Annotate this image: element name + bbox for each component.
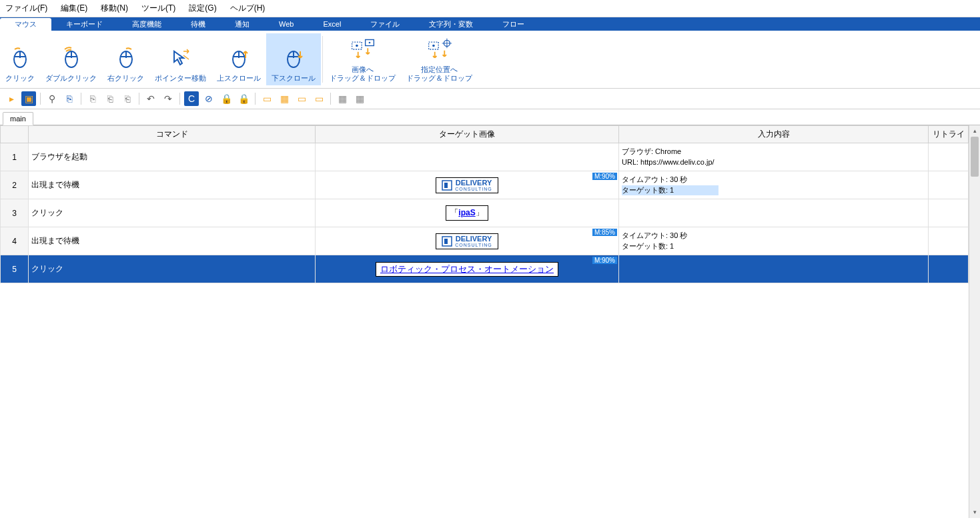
ribbon-tab-7[interactable]: ファイル [356, 17, 414, 31]
insert-row-icon[interactable]: ⎘ [85, 91, 100, 106]
dblclick-icon [58, 45, 85, 71]
copy-row-icon[interactable]: ⎗ [120, 91, 135, 106]
row-input[interactable]: タイムアウト: 30 秒ターゲット数: 1 [619, 171, 929, 199]
menu-navigate[interactable]: 移動(N) [98, 1, 131, 15]
rclick-icon [113, 45, 139, 71]
add-lock-icon[interactable]: 🔒 [236, 91, 251, 106]
row-target-image[interactable] [316, 143, 619, 171]
row-command[interactable]: クリック [29, 199, 316, 227]
row-command[interactable]: 出現まで待機 [29, 171, 316, 199]
menu-settings[interactable]: 設定(G) [186, 1, 219, 15]
input-line: ターゲット数: 1 [622, 241, 925, 251]
menu-help[interactable]: ヘルプ(H) [227, 1, 268, 15]
table2-icon[interactable]: ▦ [352, 91, 367, 106]
ribbon-label: 右クリック [107, 74, 144, 83]
lock-icon[interactable]: 🔒 [219, 91, 233, 106]
menu-tools[interactable]: ツール(T) [139, 1, 178, 15]
ribbon-tab-4[interactable]: 通知 [220, 17, 264, 31]
row-command[interactable]: クリック [29, 255, 316, 283]
menu-edit[interactable]: 編集(E) [58, 1, 90, 15]
column-header-command[interactable]: コマンド [29, 126, 316, 143]
scrolldown-icon [280, 45, 307, 71]
ribbon-tabbar: マウスキーボード高度機能待機通知WebExcelファイル文字列・変数フロー [0, 17, 980, 31]
insert-before-icon[interactable]: ⎘ [62, 91, 77, 106]
zoom-icon[interactable]: ⚲ [45, 91, 59, 106]
column-header-target-image[interactable]: ターゲット画像 [316, 126, 619, 143]
ribbon-dragpos-button[interactable]: 指定位置へドラッグ＆ドロップ [401, 33, 478, 85]
delete-row-icon[interactable]: ⎗ [103, 91, 117, 106]
ribbon-label: クリック [5, 74, 35, 83]
row-command[interactable]: 出現まで待機 [29, 227, 316, 255]
ribbon-tab-2[interactable]: 高度機能 [117, 17, 176, 31]
undo-icon[interactable]: ↶ [143, 91, 158, 106]
column-header-number[interactable] [1, 126, 29, 143]
input-line: ターゲット数: 1 [622, 185, 925, 195]
ribbon-rclick-button[interactable]: 右クリック [102, 33, 149, 85]
svg-rect-25 [444, 183, 448, 188]
capture-icon[interactable]: C [184, 91, 199, 106]
match-badge: M:85% [592, 229, 617, 236]
row-target-image[interactable]: M:85%DELIVERYCONSULTING [316, 227, 619, 255]
delivery-logo-thumb: DELIVERYCONSULTING [436, 233, 498, 249]
row-number: 4 [1, 227, 29, 255]
column-header-retry[interactable]: リトライ [929, 126, 969, 143]
ribbon-label: ポインター移動 [155, 74, 206, 83]
menu-file[interactable]: ファイル(F) [3, 1, 50, 15]
ribbon-label: ダブルクリック [45, 74, 97, 83]
ribbon-click-button[interactable]: クリック [0, 33, 40, 85]
svg-point-16 [356, 45, 358, 47]
grid-row-2[interactable]: 2出現まで待機M:90%DELIVERYCONSULTINGタイムアウト: 30… [1, 171, 969, 199]
ribbon-dblclick-button[interactable]: ダブルクリック [40, 33, 102, 85]
row-target-image[interactable]: 「ipaS」 [316, 199, 619, 227]
input-line: タイムアウト: 30 秒 [622, 231, 925, 241]
scrollbar-thumb[interactable] [971, 137, 979, 177]
select-icon[interactable]: ▭ [294, 91, 309, 106]
grid-row-3[interactable]: 3クリック「ipaS」 [1, 199, 969, 227]
ribbon-scrollup-button[interactable]: 上スクロール [211, 33, 266, 85]
ribbon-tab-3[interactable]: 待機 [176, 17, 220, 31]
grid-row-1[interactable]: 1ブラウザを起動ブラウザ: ChromeURL: https://www.del… [1, 143, 969, 171]
row-retry[interactable] [929, 143, 969, 171]
grid-row-4[interactable]: 4出現まで待機M:85%DELIVERYCONSULTINGタイムアウト: 30… [1, 227, 969, 255]
step-icon[interactable]: ▣ [21, 91, 36, 106]
svg-point-20 [432, 45, 435, 47]
scroll-up-arrow-icon[interactable]: ▴ [969, 125, 980, 137]
ribbon-tab-1[interactable]: キーボード [51, 17, 117, 31]
crop-icon[interactable]: ▭ [312, 91, 326, 106]
row-command[interactable]: ブラウザを起動 [29, 143, 316, 171]
grid-icon[interactable]: ▦ [277, 91, 292, 106]
redo-icon[interactable]: ↷ [161, 91, 175, 106]
ribbon-scrolldown-button[interactable]: 下スクロール [266, 33, 321, 85]
document-tabs: main [0, 109, 980, 125]
ribbon-dragimg-button[interactable]: 画像へドラッグ＆ドロップ [324, 33, 401, 85]
row-target-image[interactable]: M:90%ロボティック・プロセス・オートメーション [316, 255, 619, 283]
input-line: ブラウザ: Chrome [622, 147, 925, 157]
table-icon[interactable]: ▦ [335, 91, 350, 106]
row-input[interactable] [619, 199, 929, 227]
ribbon-tab-6[interactable]: Excel [308, 17, 356, 31]
column-header-input[interactable]: 入力内容 [619, 126, 929, 143]
no-capture-icon[interactable]: ⊘ [201, 91, 216, 106]
row-input[interactable]: ブラウザ: ChromeURL: https://www.deliv.co.jp… [619, 143, 929, 171]
vertical-scrollbar[interactable]: ▴ ▾ [969, 125, 980, 518]
rpa-link-thumb: ロボティック・プロセス・オートメーション [376, 262, 558, 277]
highlight-icon[interactable]: ▭ [260, 91, 274, 106]
row-retry[interactable] [929, 255, 969, 283]
ribbon-tab-0[interactable]: マウス [0, 18, 51, 31]
row-retry[interactable] [929, 171, 969, 199]
ribbon-tab-5[interactable]: Web [264, 17, 308, 31]
row-retry[interactable] [929, 199, 969, 227]
ribbon-move-button[interactable]: ポインター移動 [149, 33, 211, 85]
document-tab-main[interactable]: main [3, 112, 33, 125]
steps-grid: コマンド ターゲット画像 入力内容 リトライ 1ブラウザを起動ブラウザ: Chr… [0, 125, 969, 283]
row-input[interactable] [619, 255, 929, 283]
row-input[interactable]: タイムアウト: 30 秒ターゲット数: 1 [619, 227, 929, 255]
grid-row-5[interactable]: 5クリックM:90%ロボティック・プロセス・オートメーション [1, 255, 969, 283]
row-target-image[interactable]: M:90%DELIVERYCONSULTING [316, 171, 619, 199]
row-retry[interactable] [929, 227, 969, 255]
ribbon-tab-9[interactable]: フロー [488, 17, 539, 31]
ribbon-label: 下スクロール [272, 74, 316, 83]
scroll-down-arrow-icon[interactable]: ▾ [969, 507, 980, 518]
step-into-icon[interactable]: ▸ [4, 91, 19, 106]
ribbon-tab-8[interactable]: 文字列・変数 [414, 17, 488, 31]
